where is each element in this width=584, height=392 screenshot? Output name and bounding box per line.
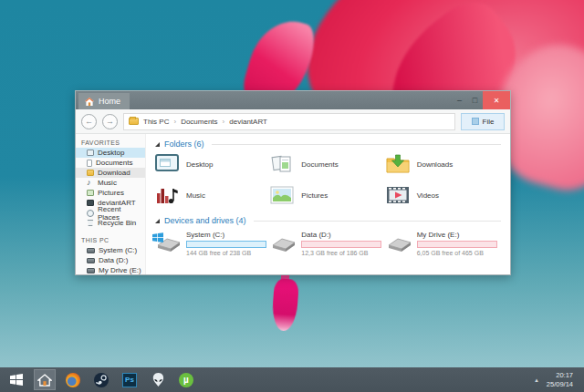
folder-icon bbox=[129, 118, 139, 125]
drive-tile-system-c[interactable]: System (C:) 144 GB free of 238 GB bbox=[155, 231, 270, 256]
taskbar-photoshop-button[interactable]: Ps bbox=[119, 369, 141, 390]
forward-button[interactable]: → bbox=[102, 114, 118, 129]
drive-free-space: 144 GB free of 238 GB bbox=[186, 250, 266, 256]
flower-bud bbox=[271, 278, 299, 332]
show-hidden-icons-arrow[interactable]: ▴ bbox=[535, 377, 538, 384]
taskbar-file-explorer-button[interactable] bbox=[34, 369, 56, 390]
document-pages-icon bbox=[270, 154, 294, 174]
file-menu-button[interactable]: File bbox=[461, 113, 505, 130]
sidebar-item-download[interactable]: Download bbox=[76, 168, 145, 178]
this-pc-header: THIS PC bbox=[76, 235, 145, 245]
steam-icon bbox=[94, 373, 109, 387]
navigation-toolbar: ← → This PC › Documents › deviantART Fil… bbox=[76, 109, 510, 134]
drive-name: System (C:) bbox=[186, 231, 266, 239]
recent-places-icon bbox=[87, 210, 94, 217]
film-strip-icon bbox=[386, 185, 410, 205]
home-icon bbox=[37, 374, 52, 387]
sidebar-item-my-drive-e[interactable]: My Drive (E:) bbox=[76, 265, 145, 274]
folder-tile-desktop[interactable]: Desktop bbox=[155, 154, 270, 174]
start-button[interactable] bbox=[5, 369, 27, 390]
folder-icon bbox=[87, 170, 94, 176]
breadcrumb-item[interactable]: Documents bbox=[181, 118, 217, 126]
navigation-pane: FAVORITES Desktop Documents Download ♪ M… bbox=[76, 134, 146, 274]
favorites-header: FAVORITES bbox=[76, 138, 145, 148]
chevron-right-icon: › bbox=[173, 118, 176, 126]
drive-free-space: 12,3 GB free of 186 GB bbox=[301, 250, 381, 256]
folders-grid: Desktop Documents bbox=[155, 154, 501, 205]
close-button[interactable]: ✕ bbox=[483, 91, 510, 109]
windows-logo-icon bbox=[10, 374, 23, 386]
section-divider bbox=[254, 221, 501, 222]
file-menu-icon bbox=[472, 118, 479, 125]
taskbar-firefox-button[interactable] bbox=[62, 369, 84, 390]
window-title: Home bbox=[99, 97, 120, 106]
folder-tile-music[interactable]: Music bbox=[155, 185, 270, 205]
folder-tile-documents[interactable]: Documents bbox=[270, 154, 385, 174]
taskbar-steam-button[interactable] bbox=[90, 369, 112, 390]
drive-icon bbox=[270, 236, 297, 253]
recycle-bin-icon bbox=[87, 220, 94, 226]
sidebar-item-system-c[interactable]: System (C:) bbox=[76, 245, 145, 255]
sidebar-item-data-d[interactable]: Data (D:) bbox=[76, 255, 145, 265]
maximize-button[interactable]: □ bbox=[467, 91, 483, 109]
folder-tile-downloads[interactable]: Downloads bbox=[386, 154, 501, 174]
section-divider bbox=[212, 144, 501, 145]
taskbar-utorrent-button[interactable]: µ bbox=[175, 369, 197, 390]
drive-name: My Drive (E:) bbox=[417, 231, 497, 239]
drive-icon bbox=[386, 236, 413, 253]
sidebar-item-recent-places[interactable]: Recent Places bbox=[76, 208, 145, 218]
file-menu-label: File bbox=[483, 118, 495, 126]
utorrent-icon: µ bbox=[179, 373, 193, 387]
folders-section-header[interactable]: Folders (6) bbox=[155, 139, 501, 149]
capacity-bar bbox=[301, 241, 381, 248]
file-list-pane: Folders (6) Desktop bbox=[146, 134, 510, 274]
titlebar-drag-area[interactable] bbox=[130, 91, 452, 109]
address-bar[interactable]: This PC › Documents › deviantART bbox=[123, 113, 455, 130]
sidebar-item-pictures[interactable]: Pictures bbox=[76, 188, 145, 198]
windows-logo-icon bbox=[152, 232, 163, 243]
window-tab[interactable]: Home bbox=[78, 93, 130, 109]
collapse-triangle-icon[interactable] bbox=[155, 142, 160, 147]
devices-section-title[interactable]: Devices and drives (4) bbox=[164, 216, 246, 225]
sidebar-item-recycle-bin[interactable]: Recycle Bin bbox=[76, 218, 145, 228]
drive-free-space: 6,05 GB free of 465 GB bbox=[417, 250, 497, 256]
explorer-window: Home – □ ✕ ← → This PC › Documents › dev… bbox=[75, 90, 511, 275]
sidebar-item-music[interactable]: ♪ Music bbox=[76, 178, 145, 188]
system-tray: ▴ 20:17 25/09/14 bbox=[535, 371, 579, 388]
drive-tile-data-d[interactable]: Data (D:) 12,3 GB free of 186 GB bbox=[270, 231, 385, 256]
document-icon bbox=[87, 160, 92, 167]
taskbar: Ps µ ▴ 20:17 25/09/14 bbox=[0, 367, 584, 392]
folder-tile-videos[interactable]: Videos bbox=[386, 185, 501, 205]
drive-icon bbox=[87, 268, 95, 273]
capacity-bar bbox=[186, 241, 266, 248]
collapse-triangle-icon[interactable] bbox=[155, 219, 160, 223]
back-button[interactable]: ← bbox=[81, 114, 97, 129]
clock-date: 25/09/14 bbox=[547, 380, 573, 388]
download-folder-icon bbox=[386, 154, 410, 174]
folder-tile-pictures[interactable]: Pictures bbox=[270, 185, 385, 205]
picture-landscape-icon bbox=[270, 185, 294, 205]
capacity-bar bbox=[417, 241, 497, 248]
drive-icon bbox=[87, 248, 95, 253]
home-icon bbox=[85, 98, 94, 106]
drive-name: Data (D:) bbox=[301, 231, 381, 239]
minimize-button[interactable]: – bbox=[452, 91, 467, 109]
breadcrumb-item[interactable]: This PC bbox=[143, 118, 169, 126]
desktop-icon bbox=[87, 150, 94, 156]
devices-section-header[interactable]: Devices and drives (4) bbox=[155, 216, 501, 225]
sidebar-item-desktop[interactable]: Desktop bbox=[76, 148, 145, 158]
drives-grid: System (C:) 144 GB free of 238 GB bbox=[155, 231, 501, 256]
music-note-icon: ♪ bbox=[87, 179, 94, 187]
folders-section-title[interactable]: Folders (6) bbox=[164, 139, 204, 149]
chevron-right-icon: › bbox=[223, 118, 225, 126]
taskbar-clock[interactable]: 20:17 25/09/14 bbox=[547, 371, 573, 388]
title-bar[interactable]: Home – □ ✕ bbox=[76, 91, 510, 109]
photoshop-ps-icon: Ps bbox=[122, 373, 137, 387]
sidebar-item-documents[interactable]: Documents bbox=[76, 158, 145, 168]
firefox-icon bbox=[66, 373, 80, 387]
taskbar-alienware-button[interactable] bbox=[147, 369, 169, 390]
drive-tile-my-drive-e[interactable]: My Drive (E:) 6,05 GB free of 465 GB bbox=[386, 231, 501, 256]
monitor-icon bbox=[155, 154, 179, 174]
clock-time: 20:17 bbox=[556, 371, 573, 379]
breadcrumb-item[interactable]: deviantART bbox=[229, 118, 267, 126]
